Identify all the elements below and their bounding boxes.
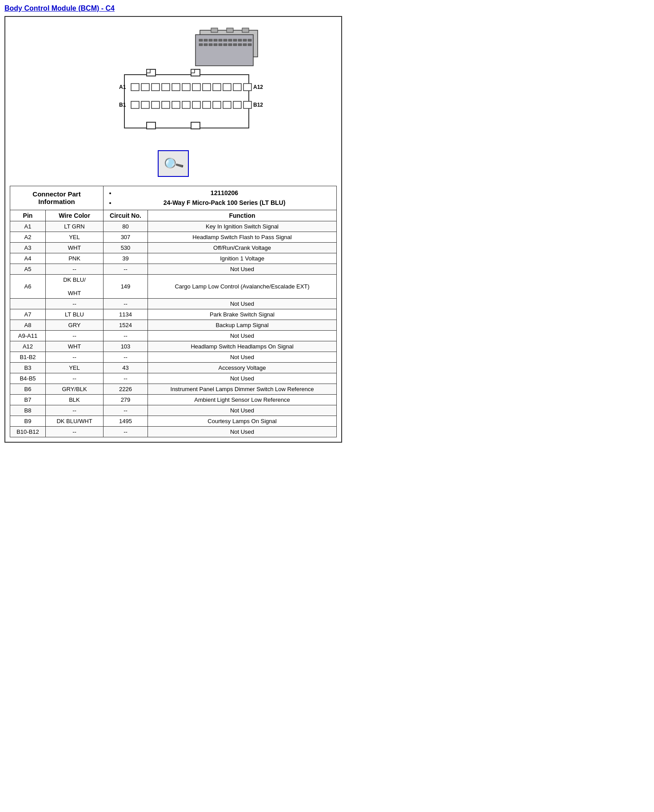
cell-wire-color: --: [46, 373, 104, 384]
svg-rect-47: [141, 101, 149, 108]
cell-circuit-no: 43: [104, 362, 148, 373]
svg-rect-13: [199, 44, 203, 46]
cell-wire-color: --: [46, 426, 104, 437]
table-row: B10-B12----Not Used: [10, 426, 337, 437]
svg-rect-56: [233, 101, 241, 108]
page-title: Body Control Module (BCM) - C4: [4, 4, 342, 12]
table-row: A4PNK39Ignition 1 Voltage: [10, 253, 337, 264]
table-row: B6GRY/BLK2226Instrument Panel Lamps Dimm…: [10, 384, 337, 394]
cell-function: Backup Lamp Signal: [148, 320, 337, 330]
main-table: Connector Part Information 12110206 24-W…: [10, 186, 337, 437]
cell-circuit-no: --: [104, 373, 148, 384]
svg-rect-43: [223, 84, 231, 91]
cell-function: Off/Run/Crank Voltage: [148, 242, 337, 253]
table-row: ----Not Used: [10, 298, 337, 309]
svg-rect-12: [248, 39, 251, 41]
cell-function: Headlamp Switch Flash to Pass Signal: [148, 232, 337, 242]
svg-rect-32: [147, 122, 156, 129]
header-pin: Pin: [10, 210, 46, 221]
cell-circuit-no: --: [104, 298, 148, 309]
cell-wire-color: YEL: [46, 362, 104, 373]
cell-function: Ambient Light Sensor Low Reference: [148, 394, 337, 405]
svg-rect-8: [228, 39, 232, 41]
svg-rect-53: [203, 101, 211, 108]
svg-rect-25: [227, 28, 233, 32]
cell-wire-color: LT BLU: [46, 309, 104, 320]
svg-rect-33: [191, 122, 200, 129]
cell-pin: A8: [10, 320, 46, 330]
svg-rect-18: [223, 44, 227, 46]
svg-rect-3: [204, 39, 207, 41]
cell-wire-color: --: [46, 298, 104, 309]
magnify-icon: 🔍: [161, 152, 185, 176]
svg-rect-11: [243, 39, 247, 41]
cell-wire-color: GRY: [46, 320, 104, 330]
table-row: B7BLK279Ambient Light Sensor Low Referen…: [10, 394, 337, 405]
table-row: B4-B5----Not Used: [10, 373, 337, 384]
cell-wire-color: LT GRN: [46, 221, 104, 232]
connector-svg-area: A1 A12 B1 B12: [10, 21, 337, 146]
svg-rect-10: [238, 39, 242, 41]
svg-text:B1: B1: [119, 102, 126, 108]
table-row: B1-B2----Not Used: [10, 352, 337, 362]
svg-rect-9: [233, 39, 237, 41]
table-row: A9-A11----Not Used: [10, 330, 337, 341]
svg-rect-38: [172, 84, 180, 91]
cell-wire-color: DK BLU/WHT: [46, 416, 104, 426]
cell-circuit-no: 149: [104, 274, 148, 298]
svg-rect-16: [214, 44, 217, 46]
cell-wire-color: YEL: [46, 232, 104, 242]
svg-rect-52: [192, 101, 200, 108]
svg-rect-21: [238, 44, 242, 46]
cell-circuit-no: 80: [104, 221, 148, 232]
cell-circuit-no: 39: [104, 253, 148, 264]
cell-pin: B7: [10, 394, 46, 405]
svg-rect-41: [203, 84, 211, 91]
svg-rect-35: [141, 84, 149, 91]
cell-function: Not Used: [148, 330, 337, 341]
table-row: A5----Not Used: [10, 264, 337, 274]
svg-rect-40: [192, 84, 200, 91]
svg-rect-24: [211, 28, 218, 32]
svg-rect-7: [223, 39, 227, 41]
svg-rect-4: [209, 39, 212, 41]
header-wire-color: Wire Color: [46, 210, 104, 221]
svg-rect-14: [204, 44, 207, 46]
cell-pin: B8: [10, 405, 46, 416]
cell-function: Key In Ignition Switch Signal: [148, 221, 337, 232]
svg-text:B12: B12: [253, 102, 263, 108]
cell-circuit-no: --: [104, 352, 148, 362]
cell-wire-color: BLK: [46, 394, 104, 405]
connector-part-number: 12110206: [116, 188, 333, 198]
cell-pin: A9-A11: [10, 330, 46, 341]
cell-function: Not Used: [148, 298, 337, 309]
svg-rect-6: [219, 39, 222, 41]
cell-function: Not Used: [148, 373, 337, 384]
svg-rect-15: [209, 44, 212, 46]
svg-rect-29: [147, 69, 150, 73]
svg-rect-22: [243, 44, 247, 46]
svg-rect-2: [199, 39, 203, 41]
table-header-row: Pin Wire Color Circuit No. Function: [10, 210, 337, 221]
svg-rect-55: [223, 101, 231, 108]
svg-rect-39: [182, 84, 190, 91]
svg-rect-26: [242, 28, 249, 32]
svg-text:A1: A1: [119, 84, 126, 90]
table-row: B8----Not Used: [10, 405, 337, 416]
connector-part-desc: 24-Way F Micro-Pack 100 Series (LT BLU): [116, 198, 333, 208]
svg-rect-34: [131, 84, 139, 91]
svg-rect-36: [152, 84, 160, 91]
cell-circuit-no: 279: [104, 394, 148, 405]
svg-rect-51: [182, 101, 190, 108]
svg-rect-19: [228, 44, 232, 46]
svg-rect-48: [152, 101, 160, 108]
connector-info-label: Connector Part Information: [10, 186, 104, 210]
connector-info-data: 12110206 24-Way F Micro-Pack 100 Series …: [104, 186, 337, 210]
svg-rect-37: [162, 84, 170, 91]
cell-function: Headlamp Switch Headlamps On Signal: [148, 341, 337, 352]
svg-rect-31: [191, 69, 195, 73]
cell-function: Instrument Panel Lamps Dimmer Switch Low…: [148, 384, 337, 394]
cell-circuit-no: 1524: [104, 320, 148, 330]
cell-circuit-no: 1134: [104, 309, 148, 320]
cell-function: Courtesy Lamps On Signal: [148, 416, 337, 426]
